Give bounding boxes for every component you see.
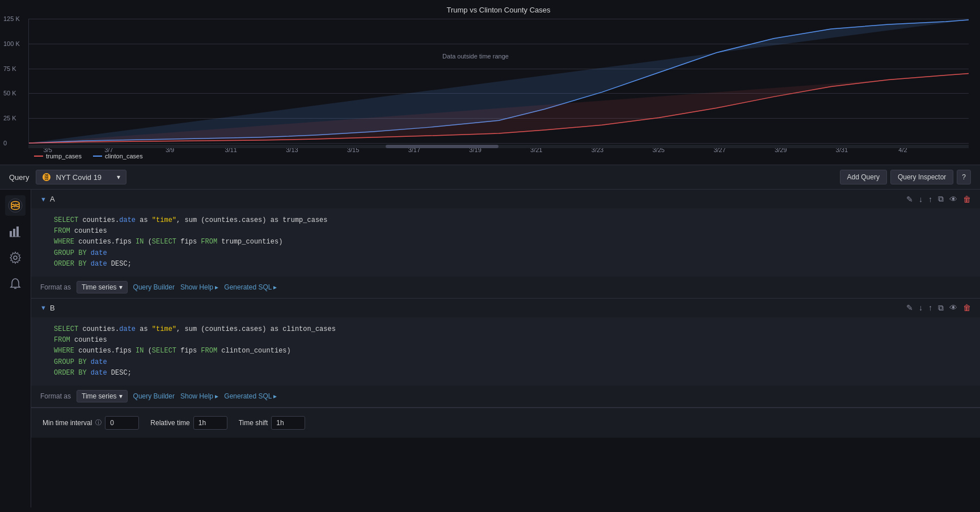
toggle-visibility-icon-b[interactable]: 👁	[949, 303, 957, 312]
toolbar-right: Add Query Query Inspector ?	[840, 170, 971, 184]
query-label: Query	[9, 173, 29, 182]
kw-select-b: SELECT	[54, 325, 78, 333]
time-shift-field: Time shift	[239, 416, 306, 430]
queries-area: ▼ A ✎ ↓ ↑ ⧉ 👁 🗑 SELECT counties.date as …	[31, 190, 980, 507]
chart-svg	[29, 19, 969, 143]
sidebar-item-alerts[interactable]	[5, 274, 26, 294]
svg-point-2	[9, 199, 22, 212]
query-block-b: ▼ B ✎ ↓ ↑ ⧉ 👁 🗑 SELECT counties.date as …	[31, 299, 980, 408]
sidebar	[0, 190, 31, 507]
chart-area: 125 K 100 K 75 K 50 K 25 K 0 3/5 3/7 3/9…	[28, 19, 969, 144]
time-shift-input[interactable]	[271, 416, 305, 430]
svg-text:🗄: 🗄	[44, 174, 49, 181]
datasource-icon: 🗄	[42, 173, 51, 182]
query-a-footer: Format as Time series ▾ Query Builder Sh…	[31, 276, 980, 298]
y-label-0: 0	[3, 140, 7, 146]
move-down-icon-a[interactable]: ↓	[919, 195, 923, 204]
move-down-icon-b[interactable]: ↓	[919, 303, 923, 312]
delete-icon-a[interactable]: 🗑	[963, 195, 971, 204]
y-label-125k: 125 K	[3, 15, 20, 22]
kw-select-sub-b: SELECT	[152, 347, 176, 355]
legend-trump: trump_cases	[34, 153, 82, 160]
sidebar-item-chart[interactable]	[5, 221, 26, 242]
generated-sql-btn-a[interactable]: Generated SQL ▸	[224, 283, 277, 291]
gear-icon	[9, 251, 22, 264]
duplicate-icon-a[interactable]: ⧉	[938, 194, 944, 204]
toggle-visibility-icon-a[interactable]: 👁	[949, 195, 957, 204]
format-label-b: Format as	[40, 392, 71, 400]
format-chevron-a: ▾	[119, 283, 122, 291]
kw-select-sub-a: SELECT	[152, 238, 176, 246]
kw-group-a: GROUP BY	[54, 249, 87, 257]
bottom-bar: Min time interval ⓘ Relative time Time s…	[31, 408, 980, 438]
sidebar-item-database[interactable]	[5, 195, 26, 216]
chart-bar-icon	[9, 225, 22, 238]
legend-trump-label: trump_cases	[46, 153, 82, 160]
time-shift-label: Time shift	[239, 419, 268, 427]
min-time-info-icon[interactable]: ⓘ	[95, 418, 102, 427]
y-label-100k: 100 K	[3, 40, 20, 47]
collapse-icon-a[interactable]: ▼	[40, 196, 47, 203]
collapse-icon-b[interactable]: ▼	[40, 304, 47, 311]
format-select-b[interactable]: Time series ▾	[77, 390, 128, 402]
min-time-field: Min time interval ⓘ	[43, 416, 139, 430]
relative-time-input[interactable]	[193, 416, 227, 430]
query-a-code[interactable]: SELECT counties.date as "time", sum (cou…	[31, 208, 980, 276]
generated-sql-btn-b[interactable]: Generated SQL ▸	[224, 392, 277, 400]
format-select-a[interactable]: Time series ▾	[77, 281, 128, 293]
kw-in-b: IN	[136, 347, 143, 355]
show-help-btn-a[interactable]: Show Help ▸	[180, 283, 218, 291]
chart-legend: trump_cases clinton_cases	[34, 153, 969, 160]
move-up-icon-a[interactable]: ↑	[928, 195, 932, 204]
add-query-button[interactable]: Add Query	[840, 170, 887, 184]
query-toolbar: Query 🗄 NYT Covid 19 ▾ Add Query Query I…	[0, 165, 980, 190]
query-b-code[interactable]: SELECT counties.date as "time", sum (cou…	[31, 317, 980, 385]
query-block-b-header: ▼ B ✎ ↓ ↑ ⧉ 👁 🗑	[31, 299, 980, 317]
kw-where-b: WHERE	[54, 347, 74, 355]
svg-rect-8	[10, 231, 12, 237]
kw-select-a: SELECT	[54, 216, 78, 224]
kw-group-b: GROUP BY	[54, 358, 87, 366]
query-a-actions: ✎ ↓ ↑ ⧉ 👁 🗑	[906, 194, 971, 204]
min-time-label: Min time interval	[43, 419, 92, 427]
help-button[interactable]: ?	[957, 170, 971, 184]
kw-order-b: ORDER BY	[54, 369, 87, 377]
database-icon	[7, 198, 23, 213]
svg-point-12	[14, 256, 17, 259]
col-date-order-a: date	[91, 260, 107, 268]
legend-clinton-line	[93, 156, 102, 157]
scrollbar-thumb[interactable]	[386, 145, 499, 148]
query-b-footer: Format as Time series ▾ Query Builder Sh…	[31, 385, 980, 407]
sidebar-item-settings[interactable]	[5, 247, 26, 268]
col-date-group-a: date	[91, 249, 107, 257]
query-builder-btn-b[interactable]: Query Builder	[133, 392, 175, 400]
str-time-b: "time"	[152, 325, 176, 333]
kw-from-sub-a: FROM	[201, 238, 217, 246]
grid-line	[29, 143, 969, 144]
y-label-75k: 75 K	[3, 65, 16, 72]
format-chevron-b: ▾	[119, 392, 122, 400]
query-block-a: ▼ A ✎ ↓ ↑ ⧉ 👁 🗑 SELECT counties.date as …	[31, 190, 980, 299]
edit-icon-b[interactable]: ✎	[906, 303, 913, 312]
query-b-actions: ✎ ↓ ↑ ⧉ 👁 🗑	[906, 303, 971, 313]
query-builder-btn-a[interactable]: Query Builder	[133, 283, 175, 291]
show-help-btn-b[interactable]: Show Help ▸	[180, 392, 218, 400]
bell-icon	[9, 278, 22, 290]
duplicate-icon-b[interactable]: ⧉	[938, 303, 944, 313]
move-up-icon-b[interactable]: ↑	[928, 303, 932, 312]
svg-rect-10	[16, 226, 19, 237]
datasource-selector[interactable]: 🗄 NYT Covid 19 ▾	[36, 170, 126, 184]
min-time-input[interactable]	[105, 416, 139, 430]
chart-scrollbar[interactable]	[28, 145, 969, 148]
delete-icon-b[interactable]: 🗑	[963, 303, 971, 312]
query-letter-a: A	[50, 195, 55, 203]
edit-icon-a[interactable]: ✎	[906, 195, 913, 204]
datasource-name: NYT Covid 19	[56, 173, 102, 182]
relative-time-label: Relative time	[150, 419, 189, 427]
query-block-a-header: ▼ A ✎ ↓ ↑ ⧉ 👁 🗑	[31, 190, 980, 208]
kw-in-a: IN	[136, 238, 143, 246]
y-label-50k: 50 K	[3, 90, 16, 96]
chart-container: Trump vs Clinton County Cases 125 K 100 …	[0, 0, 980, 165]
main-layout: ▼ A ✎ ↓ ↑ ⧉ 👁 🗑 SELECT counties.date as …	[0, 190, 980, 507]
query-inspector-button[interactable]: Query Inspector	[890, 170, 953, 184]
